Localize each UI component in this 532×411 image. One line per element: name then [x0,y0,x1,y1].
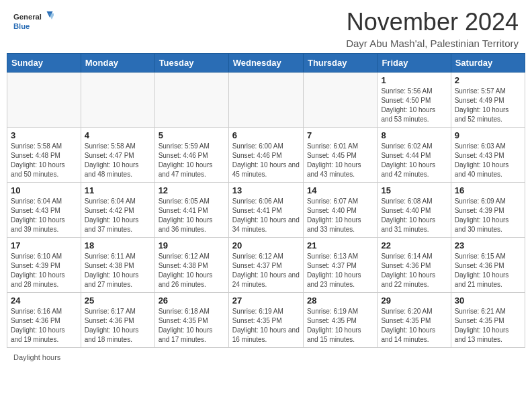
day-info: Sunrise: 5:56 AMSunset: 4:50 PMDaylight:… [381,87,447,124]
calendar-cell [228,73,303,128]
day-number: 25 [85,295,151,306]
day-number: 6 [232,130,300,140]
day-number: 17 [11,240,77,250]
calendar-cell: 13Sunrise: 6:06 AMSunset: 4:41 PMDayligh… [228,183,303,238]
calendar-cell: 27Sunrise: 6:19 AMSunset: 4:35 PMDayligh… [228,293,303,348]
day-number: 4 [85,130,151,140]
svg-text:General: General [13,13,42,21]
calendar-cell: 2Sunrise: 5:57 AMSunset: 4:49 PMDaylight… [451,73,525,128]
day-number: 13 [232,185,300,195]
day-info: Sunrise: 6:14 AMSunset: 4:36 PMDaylight:… [381,252,447,289]
day-info: Sunrise: 6:19 AMSunset: 4:35 PMDaylight:… [232,307,300,345]
day-info: Sunrise: 6:16 AMSunset: 4:36 PMDaylight:… [11,307,77,345]
day-info: Sunrise: 6:03 AMSunset: 4:43 PMDaylight:… [455,142,521,179]
footer: Daylight hours [0,348,532,367]
day-number: 16 [455,185,521,195]
day-info: Sunrise: 6:12 AMSunset: 4:38 PMDaylight:… [159,252,225,289]
calendar-cell: 29Sunrise: 6:20 AMSunset: 4:35 PMDayligh… [378,293,451,348]
calendar-cell: 22Sunrise: 6:14 AMSunset: 4:36 PMDayligh… [378,238,451,293]
header: General Blue November 2024 Dayr Abu Mash… [0,0,532,53]
calendar-cell: 7Sunrise: 6:01 AMSunset: 4:45 PMDaylight… [303,128,377,183]
calendar-week-1: 1Sunrise: 5:56 AMSunset: 4:50 PMDaylight… [7,73,525,128]
calendar-cell [303,73,377,128]
calendar-cell [7,73,81,128]
weekday-header-monday: Monday [81,54,154,73]
calendar-week-5: 24Sunrise: 6:16 AMSunset: 4:36 PMDayligh… [7,293,525,348]
daylight-label: Daylight hours [13,353,60,361]
day-number: 10 [11,185,77,195]
day-number: 24 [11,295,77,306]
day-info: Sunrise: 6:05 AMSunset: 4:41 PMDaylight:… [159,197,225,234]
calendar-week-4: 17Sunrise: 6:10 AMSunset: 4:39 PMDayligh… [7,238,525,293]
calendar-cell: 14Sunrise: 6:07 AMSunset: 4:40 PMDayligh… [303,183,377,238]
day-info: Sunrise: 6:09 AMSunset: 4:39 PMDaylight:… [455,197,521,234]
day-info: Sunrise: 6:06 AMSunset: 4:41 PMDaylight:… [232,197,300,234]
day-number: 30 [455,295,521,306]
calendar-table: SundayMondayTuesdayWednesdayThursdayFrid… [7,53,525,348]
calendar-cell: 12Sunrise: 6:05 AMSunset: 4:41 PMDayligh… [154,183,228,238]
day-info: Sunrise: 6:01 AMSunset: 4:45 PMDaylight:… [307,142,373,179]
day-info: Sunrise: 6:07 AMSunset: 4:40 PMDaylight:… [307,197,373,234]
calendar-cell: 24Sunrise: 6:16 AMSunset: 4:36 PMDayligh… [7,293,81,348]
day-info: Sunrise: 6:10 AMSunset: 4:39 PMDaylight:… [11,252,77,289]
calendar-cell: 19Sunrise: 6:12 AMSunset: 4:38 PMDayligh… [154,238,228,293]
calendar-cell: 30Sunrise: 6:21 AMSunset: 4:35 PMDayligh… [451,293,525,348]
calendar-cell: 21Sunrise: 6:13 AMSunset: 4:37 PMDayligh… [303,238,377,293]
day-info: Sunrise: 5:57 AMSunset: 4:49 PMDaylight:… [455,87,521,124]
calendar-cell: 16Sunrise: 6:09 AMSunset: 4:39 PMDayligh… [451,183,525,238]
calendar-cell: 4Sunrise: 5:58 AMSunset: 4:47 PMDaylight… [81,128,154,183]
day-number: 22 [381,240,447,250]
day-number: 18 [85,240,151,250]
calendar-week-2: 3Sunrise: 5:58 AMSunset: 4:48 PMDaylight… [7,128,525,183]
calendar-cell: 6Sunrise: 6:00 AMSunset: 4:46 PMDaylight… [228,128,303,183]
calendar-cell: 9Sunrise: 6:03 AMSunset: 4:43 PMDaylight… [451,128,525,183]
day-info: Sunrise: 6:08 AMSunset: 4:40 PMDaylight:… [381,197,447,234]
title-block: November 2024 Dayr Abu Mash'al, Palestin… [346,8,519,49]
day-number: 21 [307,240,373,250]
calendar-cell: 5Sunrise: 5:59 AMSunset: 4:46 PMDaylight… [154,128,228,183]
day-info: Sunrise: 5:58 AMSunset: 4:47 PMDaylight:… [85,142,151,179]
calendar-cell: 25Sunrise: 6:17 AMSunset: 4:36 PMDayligh… [81,293,154,348]
weekday-header-thursday: Thursday [303,54,377,73]
day-info: Sunrise: 6:21 AMSunset: 4:35 PMDaylight:… [455,307,521,345]
day-number: 19 [159,240,225,250]
day-info: Sunrise: 6:02 AMSunset: 4:44 PMDaylight:… [381,142,447,179]
day-number: 8 [381,130,447,140]
calendar-week-3: 10Sunrise: 6:04 AMSunset: 4:43 PMDayligh… [7,183,525,238]
calendar-cell: 26Sunrise: 6:18 AMSunset: 4:35 PMDayligh… [154,293,228,348]
day-number: 23 [455,240,521,250]
day-number: 12 [159,185,225,195]
day-number: 5 [159,130,225,140]
day-number: 28 [307,295,373,306]
weekday-header-friday: Friday [378,54,451,73]
weekday-header-tuesday: Tuesday [154,54,228,73]
day-number: 20 [232,240,300,250]
calendar-cell: 20Sunrise: 6:12 AMSunset: 4:37 PMDayligh… [228,238,303,293]
day-info: Sunrise: 6:20 AMSunset: 4:35 PMDaylight:… [381,307,447,345]
logo: General Blue [13,8,54,35]
day-info: Sunrise: 6:18 AMSunset: 4:35 PMDaylight:… [159,307,225,345]
day-number: 15 [381,185,447,195]
day-number: 11 [85,185,151,195]
calendar-cell: 3Sunrise: 5:58 AMSunset: 4:48 PMDaylight… [7,128,81,183]
day-number: 1 [381,75,447,85]
calendar-cell [154,73,228,128]
calendar-cell: 18Sunrise: 6:11 AMSunset: 4:38 PMDayligh… [81,238,154,293]
location-title: Dayr Abu Mash'al, Palestinian Territory [346,38,519,49]
calendar-cell: 1Sunrise: 5:56 AMSunset: 4:50 PMDaylight… [378,73,451,128]
day-info: Sunrise: 6:17 AMSunset: 4:36 PMDaylight:… [85,307,151,345]
day-number: 2 [455,75,521,85]
calendar-cell [81,73,154,128]
calendar-cell: 15Sunrise: 6:08 AMSunset: 4:40 PMDayligh… [378,183,451,238]
day-info: Sunrise: 6:15 AMSunset: 4:36 PMDaylight:… [455,252,521,289]
calendar-cell: 23Sunrise: 6:15 AMSunset: 4:36 PMDayligh… [451,238,525,293]
weekday-header-saturday: Saturday [451,54,525,73]
day-info: Sunrise: 6:04 AMSunset: 4:43 PMDaylight:… [11,197,77,234]
svg-text:Blue: Blue [13,22,30,30]
day-number: 3 [11,130,77,140]
day-info: Sunrise: 6:12 AMSunset: 4:37 PMDaylight:… [232,252,300,289]
day-number: 26 [159,295,225,306]
weekday-header-sunday: Sunday [7,54,81,73]
day-info: Sunrise: 6:13 AMSunset: 4:37 PMDaylight:… [307,252,373,289]
calendar-cell: 11Sunrise: 6:04 AMSunset: 4:42 PMDayligh… [81,183,154,238]
